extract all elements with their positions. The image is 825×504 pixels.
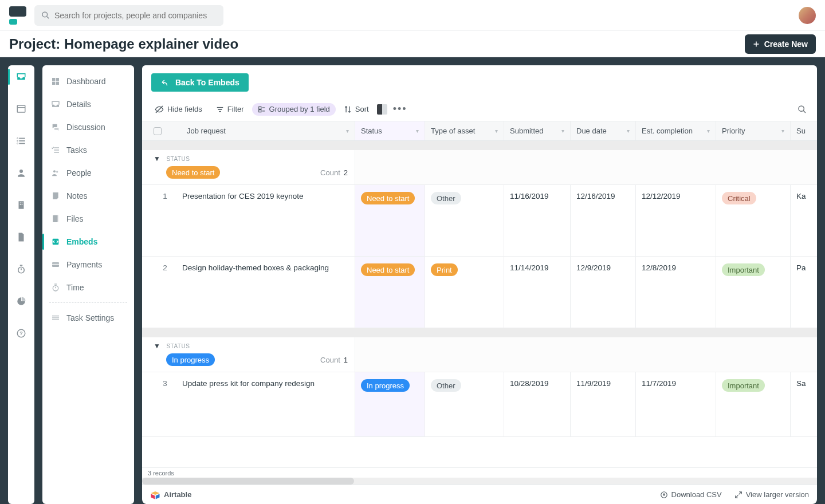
col-type-of-asset[interactable]: Type of asset▾ bbox=[425, 121, 504, 140]
more-options-button[interactable]: ••• bbox=[390, 103, 411, 115]
col-job-request[interactable]: Job request ▾ bbox=[142, 121, 355, 140]
search-input[interactable] bbox=[54, 11, 217, 20]
cell-status-pill[interactable]: In progress bbox=[361, 379, 410, 392]
rail-person[interactable] bbox=[8, 164, 34, 182]
rail-inbox[interactable] bbox=[8, 68, 34, 86]
svg-point-11 bbox=[17, 143, 18, 144]
cell-priority-pill[interactable]: Important bbox=[722, 379, 765, 392]
svg-rect-4 bbox=[17, 105, 25, 112]
cell-overflow[interactable]: Sa bbox=[791, 372, 817, 436]
chevron-down-icon[interactable]: ▾ bbox=[416, 128, 419, 134]
chevron-down-icon[interactable]: ▾ bbox=[707, 128, 710, 134]
cell-status-pill[interactable]: Need to start bbox=[361, 192, 415, 204]
grouped-by-button[interactable]: Grouped by 1 field bbox=[252, 103, 336, 116]
table-row[interactable]: 2Design holiday-themed boxes & packaging… bbox=[142, 257, 817, 328]
page-title: Project: Homepage explainer video bbox=[9, 36, 238, 52]
topbar bbox=[0, 0, 825, 31]
svg-point-10 bbox=[17, 141, 18, 141]
global-search[interactable] bbox=[34, 5, 223, 26]
col-overflow[interactable]: Su bbox=[791, 121, 817, 140]
table-row[interactable]: 3Update press kit for company redesign I… bbox=[142, 372, 817, 437]
cell-due[interactable]: 12/16/2019 bbox=[571, 185, 636, 256]
cell-asset-pill[interactable]: Print bbox=[431, 263, 458, 276]
cell-submitted[interactable]: 10/28/2019 bbox=[504, 372, 571, 436]
cell-overflow[interactable]: Pa bbox=[791, 257, 817, 328]
airtable-logo-icon bbox=[150, 490, 160, 499]
sidebar-item-payments[interactable]: Payments bbox=[42, 253, 134, 276]
chevron-down-icon[interactable]: ▾ bbox=[627, 128, 630, 134]
cell-overflow[interactable]: Ka bbox=[791, 185, 817, 256]
cell-est[interactable]: 12/8/2019 bbox=[636, 257, 716, 328]
app-logo[interactable] bbox=[9, 6, 26, 25]
embed-panel: Back To Embeds Hide fields Filter Groupe… bbox=[142, 65, 817, 504]
view-larger-link[interactable]: View larger version bbox=[734, 490, 809, 499]
back-to-embeds-button[interactable]: Back To Embeds bbox=[151, 73, 249, 92]
sidebar-item-people[interactable]: People bbox=[42, 162, 134, 184]
rail-window[interactable] bbox=[8, 100, 34, 118]
col-due-date[interactable]: Due date▾ bbox=[571, 121, 636, 140]
cell-submitted[interactable]: 11/14/2019 bbox=[504, 257, 571, 328]
avatar[interactable] bbox=[799, 7, 816, 24]
sidebar-item-label: Time bbox=[66, 283, 84, 292]
hide-fields-button[interactable]: Hide fields bbox=[149, 101, 208, 118]
rail-help[interactable]: ? bbox=[8, 324, 34, 342]
view-larger-label: View larger version bbox=[746, 490, 809, 499]
horizontal-scrollbar[interactable] bbox=[142, 478, 817, 485]
svg-point-30 bbox=[53, 170, 56, 172]
sidebar-item-time[interactable]: Time bbox=[42, 276, 134, 299]
group-collapse-toggle[interactable]: ▼ bbox=[154, 342, 160, 350]
group-status-pill: In progress bbox=[166, 353, 215, 366]
col-submitted[interactable]: Submitted▾ bbox=[504, 121, 571, 140]
sidebar-item-details[interactable]: Details bbox=[42, 93, 134, 116]
sidebar-item-notes[interactable]: Notes bbox=[42, 184, 134, 207]
sidebar-item-label: Notes bbox=[66, 191, 88, 200]
chevron-down-icon[interactable]: ▾ bbox=[561, 128, 564, 134]
select-all-checkbox[interactable] bbox=[154, 127, 162, 135]
sidebar-item-dashboard[interactable]: Dashboard bbox=[42, 70, 134, 93]
svg-rect-24 bbox=[56, 78, 59, 81]
cell-est[interactable]: 12/12/2019 bbox=[636, 185, 716, 256]
sidebar-item-files[interactable]: Files bbox=[42, 207, 134, 230]
table-search-button[interactable] bbox=[794, 105, 810, 114]
cell-job-request[interactable]: Presentation for CES 2019 keynote bbox=[182, 192, 304, 256]
sidebar-item-tasks[interactable]: Tasks bbox=[42, 139, 134, 162]
cell-priority-pill[interactable]: Critical bbox=[722, 192, 756, 204]
sidebar-item-embeds[interactable]: Embeds bbox=[42, 230, 134, 253]
row-height-button[interactable] bbox=[377, 104, 387, 115]
cell-due[interactable]: 12/9/2019 bbox=[571, 257, 636, 328]
row-number: 2 bbox=[148, 263, 182, 328]
hide-fields-label: Hide fields bbox=[167, 105, 202, 113]
rail-chart[interactable] bbox=[8, 292, 34, 310]
chevron-down-icon[interactable]: ▾ bbox=[346, 128, 349, 134]
cell-priority-pill[interactable]: Important bbox=[722, 263, 765, 276]
table-row[interactable]: 1Presentation for CES 2019 keynote Need … bbox=[142, 185, 817, 257]
col-label: Est. completion bbox=[642, 127, 693, 135]
chevron-down-icon[interactable]: ▾ bbox=[781, 128, 784, 134]
cell-job-request[interactable]: Design holiday-themed boxes & packaging bbox=[182, 263, 329, 328]
cell-status-pill[interactable]: Need to start bbox=[361, 263, 415, 276]
cell-asset-pill[interactable]: Other bbox=[431, 379, 461, 392]
cell-submitted[interactable]: 11/16/2019 bbox=[504, 185, 571, 256]
col-status[interactable]: Status▾ bbox=[355, 121, 425, 140]
cell-job-request[interactable]: Update press kit for company redesign bbox=[182, 379, 315, 436]
rail-timer[interactable] bbox=[8, 260, 34, 278]
scroll-thumb[interactable] bbox=[142, 478, 354, 485]
icon-rail: ? bbox=[8, 65, 34, 504]
col-priority[interactable]: Priority▾ bbox=[716, 121, 791, 140]
download-csv-link[interactable]: Download CSV bbox=[660, 490, 722, 499]
rail-list[interactable] bbox=[8, 132, 34, 150]
group-collapse-toggle[interactable]: ▼ bbox=[154, 155, 160, 163]
cell-due[interactable]: 11/9/2019 bbox=[571, 372, 636, 436]
sidebar-task-settings[interactable]: Task Settings bbox=[42, 306, 134, 329]
filter-button[interactable]: Filter bbox=[210, 101, 250, 118]
rail-building[interactable] bbox=[8, 196, 34, 214]
col-est-completion[interactable]: Est. completion▾ bbox=[636, 121, 716, 140]
chevron-down-icon[interactable]: ▾ bbox=[495, 128, 498, 134]
create-new-button[interactable]: Create New bbox=[745, 34, 816, 54]
airtable-brand[interactable]: Airtable bbox=[150, 490, 191, 499]
cell-est[interactable]: 11/7/2019 bbox=[636, 372, 716, 436]
sort-button[interactable]: Sort bbox=[338, 101, 375, 118]
sidebar-item-discussion[interactable]: Discussion bbox=[42, 116, 134, 139]
cell-asset-pill[interactable]: Other bbox=[431, 192, 461, 204]
rail-doc[interactable] bbox=[8, 228, 34, 246]
